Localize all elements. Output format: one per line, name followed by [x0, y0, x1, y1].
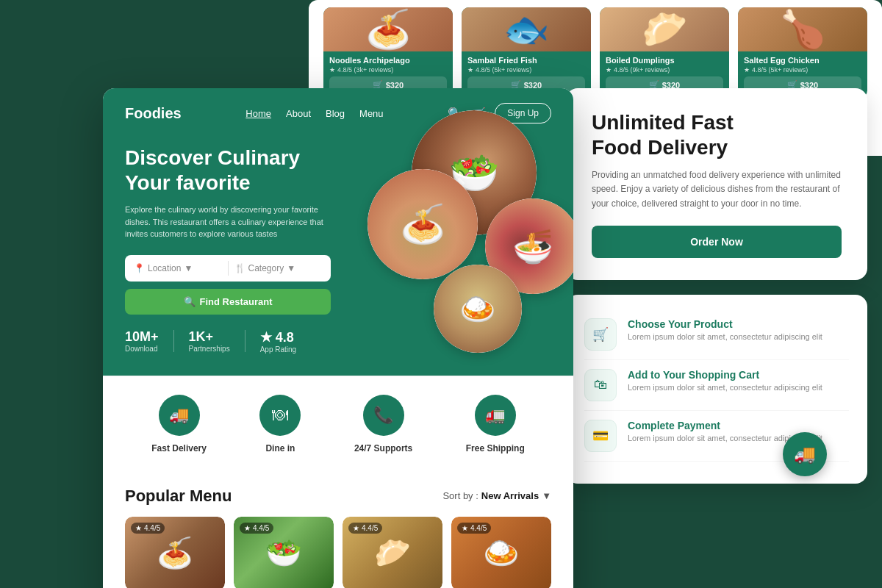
popular-menu-section: Popular Menu Sort by : New Arrivals ▼ 🍝 … — [103, 472, 573, 588]
step-2-content: Add to Your Shopping Cart Lorem ipsum do… — [628, 369, 849, 392]
stat-divider-1 — [173, 330, 174, 352]
steps-card: 🛒 Choose Your Product Lorem ipsum dolor … — [566, 295, 867, 484]
search-divider — [228, 261, 229, 276]
menu-items-row: 🍝 ★ 4.4/5 🥗 ★ 4.4/5 🥟 — [125, 517, 551, 588]
dine-in-icon: 🍽 — [259, 395, 301, 436]
location-field[interactable]: 📍 Location ▼ — [134, 263, 222, 273]
brand-logo: Foodies — [125, 105, 182, 122]
service-fast-delivery: 🚚 Fast Delivery — [151, 395, 207, 453]
find-btn-label: Find Restaurant — [200, 296, 273, 307]
delivery-title: Unlimited Fast Food Delivery — [592, 110, 842, 159]
hero-content: Discover Culinary Your favorite Explore … — [125, 146, 331, 354]
sort-value: New Arrivals — [481, 490, 539, 501]
delivery-card: Unlimited Fast Food Delivery Providing a… — [566, 88, 867, 280]
dine-in-label: Dine in — [265, 443, 295, 453]
delivery-description: Providing an unmatched food delivery exp… — [592, 168, 842, 211]
stat-rating-label: App Rating — [260, 345, 296, 354]
food-item-2-name: Boiled Dumplings — [606, 56, 723, 65]
food-item-2: 🥟 Boiled Dumplings ★ 4.8/5 (9k+ reviews)… — [600, 7, 729, 98]
food-item-2-img: 🥟 — [600, 7, 729, 51]
stat-partnerships: 1K+ Partnerships — [189, 329, 230, 353]
hero-title-line2: Your favorite — [125, 171, 251, 194]
service-dine-in: 🍽 Dine in — [259, 395, 301, 453]
nav-link-home[interactable]: Home — [245, 108, 271, 119]
food-item-3-name: Salted Egg Chicken — [744, 56, 861, 65]
food-item-2-decoration: 🥟 — [600, 7, 729, 51]
food-item-3-img: 🍗 — [738, 7, 867, 51]
order-now-button[interactable]: Order Now — [592, 226, 842, 258]
location-label: Location — [148, 263, 181, 273]
menu-card-3-rating: ★ 4.4/5 — [457, 523, 491, 534]
menu-card-0: 🍝 ★ 4.4/5 — [125, 517, 225, 588]
food-item-1-name: Sambal Fried Fish — [467, 56, 585, 65]
menu-card-1-rating: ★ 4.4/5 — [240, 523, 273, 534]
food-item-1-img: 🐟 — [462, 7, 591, 51]
search-bar: 📍 Location ▼ 🍴 Category ▼ — [125, 255, 331, 282]
food-item-2-rating: ★ 4.8/5 (9k+ reviews) — [606, 66, 723, 74]
category-label: Category — [248, 263, 284, 273]
find-restaurant-button[interactable]: 🔍 Find Restaurant — [125, 289, 331, 315]
step-2-icon: 🛍 — [584, 369, 617, 401]
hero-section: Foodies Home About Blog Menu 🔍 🛒 Sign Up… — [103, 88, 573, 376]
stat-downloads-label: Download — [125, 345, 159, 353]
step-2-title: Add to Your Shopping Cart — [628, 369, 849, 381]
food-item-1: 🐟 Sambal Fried Fish ★ 4.8/5 (5k+ reviews… — [462, 7, 591, 98]
fast-delivery-icon: 🚚 — [159, 395, 200, 436]
free-shipping-label: Free Shipping — [466, 443, 525, 453]
plate-food-3: 🍝 — [368, 169, 478, 279]
menu-card-1: 🥗 ★ 4.4/5 — [234, 517, 334, 588]
popular-menu-header: Popular Menu Sort by : New Arrivals ▼ — [125, 487, 551, 506]
menu-card-2: 🥟 ★ 4.4/5 — [343, 517, 442, 588]
stat-divider-2 — [245, 330, 245, 352]
stat-downloads: 10M+ Download — [125, 329, 159, 353]
stat-partnerships-label: Partnerships — [189, 345, 230, 353]
step-3-icon: 💳 — [584, 420, 617, 452]
sort-control[interactable]: Sort by : New Arrivals ▼ — [442, 490, 551, 501]
stat-partnerships-value: 1K+ — [189, 329, 230, 345]
nav-link-about[interactable]: About — [286, 108, 311, 119]
service-support: 📞 24/7 Supports — [354, 395, 412, 453]
location-chevron-icon: ▼ — [184, 263, 193, 273]
category-chevron-icon: ▼ — [287, 263, 295, 273]
menu-card-0-rating: ★ 4.4/5 — [131, 523, 165, 534]
service-free-shipping: 🚛 Free Shipping — [466, 395, 525, 453]
category-field[interactable]: 🍴 Category ▼ — [234, 263, 323, 273]
menu-card-2-rating: ★ 4.4/5 — [348, 523, 382, 534]
food-plates-decoration: 🥗 🍜 🍝 🍛 — [331, 110, 573, 360]
support-label: 24/7 Supports — [354, 443, 412, 453]
food-item-0-name: Noodles Archipelago — [329, 56, 447, 65]
step-3-title: Complete Payment — [628, 420, 849, 431]
free-shipping-icon: 🚛 — [475, 395, 516, 436]
delivery-fab-button[interactable]: 🚚 — [783, 432, 827, 476]
step-1-desc: Lorem ipsum dolor sit amet, consectetur … — [628, 332, 849, 341]
food-item-1-rating: ★ 4.8/5 (5k+ reviews) — [467, 66, 585, 74]
food-item-0-decoration: 🍝 — [323, 7, 453, 51]
stats-row: 10M+ Download 1K+ Partnerships ★ 4.8 App… — [125, 329, 331, 354]
step-1-title: Choose Your Product — [628, 318, 849, 330]
fast-delivery-label: Fast Delivery — [151, 443, 207, 453]
support-icon: 📞 — [363, 395, 404, 436]
location-pin-icon: 📍 — [134, 263, 145, 273]
food-item-3-rating: ★ 4.8/5 (5k+ reviews) — [744, 66, 861, 74]
fork-knife-icon: 🍴 — [234, 263, 245, 273]
menu-card-3: 🍛 ★ 4.4/5 — [451, 517, 551, 588]
food-item-0-rating: ★ 4.8/5 (3k+ reviews) — [329, 66, 447, 74]
stat-rating: ★ 4.8 App Rating — [260, 329, 296, 354]
sort-chevron-icon: ▼ — [542, 490, 551, 501]
step-1: 🛒 Choose Your Product Lorem ipsum dolor … — [584, 309, 849, 360]
step-1-content: Choose Your Product Lorem ipsum dolor si… — [628, 318, 849, 341]
find-search-icon: 🔍 — [184, 296, 196, 307]
food-item-0: 🍝 Noodles Archipelago ★ 4.8/5 (3k+ revie… — [323, 7, 453, 98]
hero-title-line1: Discover Culinary — [125, 146, 300, 169]
plate-food-4: 🍛 — [434, 265, 522, 353]
main-foodies-card: Foodies Home About Blog Menu 🔍 🛒 Sign Up… — [103, 88, 573, 588]
hero-title: Discover Culinary Your favorite — [125, 146, 331, 195]
step-2-desc: Lorem ipsum dolor sit amet, consectetur … — [628, 383, 849, 392]
stat-downloads-value: 10M+ — [125, 329, 159, 345]
right-panel: Unlimited Fast Food Delivery Providing a… — [566, 88, 882, 484]
popular-menu-title: Popular Menu — [125, 487, 232, 506]
services-section: 🚚 Fast Delivery 🍽 Dine in 📞 24/7 Support… — [103, 376, 573, 472]
food-item-1-decoration: 🐟 — [462, 7, 591, 51]
hero-description: Explore the culinary world by discoverin… — [125, 204, 331, 240]
food-item-3-decoration: 🍗 — [738, 7, 867, 51]
